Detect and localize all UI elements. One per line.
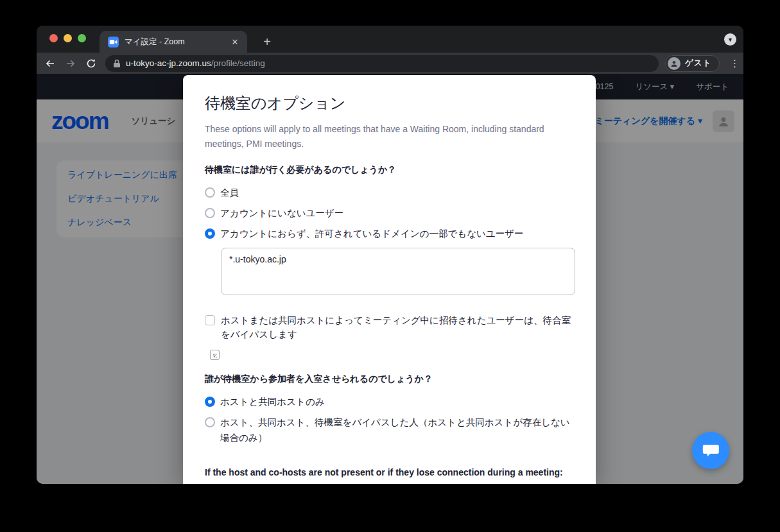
url-host: u-tokyo-ac-jp.zoom.us xyxy=(126,58,211,68)
browser-tab[interactable]: マイ設定 - Zoom ✕ xyxy=(100,31,247,53)
url-text: u-tokyo-ac-jp.zoom.us/profile/setting xyxy=(126,58,265,68)
checkbox-icon[interactable] xyxy=(205,315,215,325)
browser-menu-icon[interactable]: ⋮ xyxy=(729,58,740,69)
radio-label: アカウントにいないユーザー xyxy=(220,205,343,221)
browser-toolbar: u-tokyo-ac-jp.zoom.us/profile/setting ゲス… xyxy=(37,53,743,74)
radio-icon[interactable] xyxy=(205,417,215,427)
page-viewport: 88.799.0125 リソース ▾ サポート zoom ソリューシ ミーティン… xyxy=(37,74,743,484)
new-tab-button[interactable]: + xyxy=(259,33,275,50)
q3-label: If the host and co-hosts are not present… xyxy=(205,467,575,477)
minimize-window-button[interactable] xyxy=(64,34,72,42)
q1-label: 待機室には誰が行く必要があるのでしょうか？ xyxy=(205,164,575,176)
tab-title: マイ設定 - Zoom xyxy=(125,37,229,47)
radio-icon[interactable] xyxy=(205,208,215,218)
tab-close-icon[interactable]: ✕ xyxy=(229,36,241,47)
allowed-domains-input[interactable]: *.u-tokyo.ac.jp xyxy=(221,248,575,295)
forward-arrow-icon xyxy=(65,58,76,69)
reload-button[interactable] xyxy=(83,56,99,71)
radio-option-host-cohosts-only[interactable]: ホストと共同ホストのみ xyxy=(205,391,575,412)
broken-image-placeholder-icon: v. xyxy=(210,350,220,360)
q2-options: ホストと共同ホストのみ ホスト、共同ホスト、待機室をバイパスした人（ホストと共同… xyxy=(205,391,575,448)
lock-icon xyxy=(113,59,121,68)
radio-icon[interactable] xyxy=(205,187,215,198)
waiting-room-options-modal: 待機室のオプション These options will apply to al… xyxy=(183,75,596,484)
radio-icon[interactable] xyxy=(205,228,215,239)
radio-option-users-not-in-domains[interactable]: アカウントにおらず、許可されているドメインの一部でもないユーザー xyxy=(205,223,575,244)
radio-label: 全員 xyxy=(220,185,239,200)
radio-option-users-not-in-account[interactable]: アカウントにいないユーザー xyxy=(205,203,575,223)
close-window-button[interactable] xyxy=(49,34,58,42)
address-bar[interactable]: u-tokyo-ac-jp.zoom.us/profile/setting xyxy=(105,55,659,72)
q2-label: 誰が待機室から参加者を入室させられるのでしょうか？ xyxy=(205,373,575,385)
guest-avatar-icon xyxy=(668,57,680,70)
radio-option-host-cohosts-bypassers[interactable]: ホスト、共同ホスト、待機室をバイパスした人（ホストと共同ホストが存在しない場合の… xyxy=(205,412,575,448)
browser-window: マイ設定 - Zoom ✕ + ▼ u-tokyo-ac-jp.zoom.us/… xyxy=(37,26,743,484)
bypass-checkbox-row[interactable]: ホストまたは共同ホストによってミーティング中に招待されたユーザーは、待合室をバイ… xyxy=(205,313,575,341)
modal-description: These options will apply to all meetings… xyxy=(205,122,555,151)
radio-icon[interactable] xyxy=(205,397,215,407)
back-button[interactable] xyxy=(42,56,58,71)
maximize-window-button[interactable] xyxy=(78,34,86,42)
radio-option-everyone[interactable]: 全員 xyxy=(205,182,575,203)
radio-label: アカウントにおらず、許可されているドメインの一部でもないユーザー xyxy=(220,226,524,241)
guest-label: ゲスト xyxy=(685,58,711,69)
checkbox-label: ホストまたは共同ホストによってミーティング中に招待されたユーザーは、待合室をバイ… xyxy=(221,313,575,341)
modal-title: 待機室のオプション xyxy=(205,92,575,114)
radio-label: ホストと共同ホストのみ xyxy=(220,394,325,409)
forward-button[interactable] xyxy=(63,56,78,71)
radio-label: ホスト、共同ホスト、待機室をバイパスした人（ホストと共同ホストが存在しない場合の… xyxy=(220,415,573,445)
back-arrow-icon xyxy=(45,58,55,69)
profile-button[interactable]: ゲスト xyxy=(665,55,720,72)
window-controls xyxy=(49,34,86,42)
tab-strip: マイ設定 - Zoom ✕ + ▼ xyxy=(37,26,743,53)
chat-support-button[interactable] xyxy=(692,432,729,469)
downloads-chevron-icon[interactable]: ▼ xyxy=(724,33,736,46)
url-path: /profile/setting xyxy=(211,58,265,68)
chat-bubble-icon xyxy=(702,443,719,458)
reload-icon xyxy=(86,58,96,69)
q1-options: 全員 アカウントにいないユーザー アカウントにおらず、許可されているドメインの一… xyxy=(205,182,575,244)
zoom-favicon-icon xyxy=(108,37,119,47)
